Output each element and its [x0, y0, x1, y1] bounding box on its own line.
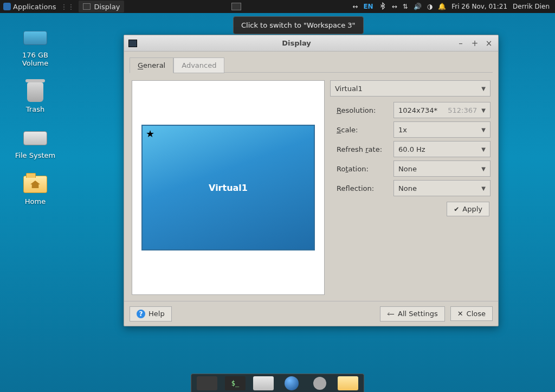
rotation-value: None	[398, 165, 417, 173]
resolution-label: Resolution:	[337, 106, 388, 114]
minimize-button[interactable]: –	[456, 38, 466, 48]
tab-label: eneral	[143, 61, 165, 69]
reflection-value: None	[398, 184, 417, 192]
monitor-label: Virtual1	[209, 183, 248, 193]
reflection-select[interactable]: None ▼	[393, 180, 491, 196]
dock-item-app[interactable]	[309, 376, 330, 390]
resolution-ratio: 512:367	[448, 106, 477, 114]
resize-icon[interactable]: ↔	[352, 3, 358, 10]
refresh-label: Refresh rate:	[337, 145, 388, 153]
system-tray: ↔ EN ↔ ⇅ 🔊 ◑ 🔔 Fri 26 Nov, 01:21 Derrik …	[348, 2, 554, 11]
workspace-icon	[231, 3, 241, 10]
desktop-icon-volume[interactable]: 176 GB Volume	[22, 27, 48, 67]
display-select-value: Virtual1	[335, 85, 363, 93]
close-button[interactable]: ✕ Close	[450, 306, 493, 321]
check-icon: ✔	[454, 205, 459, 213]
display-preview[interactable]: ★ Virtual1	[132, 80, 325, 295]
dock-item-web[interactable]	[281, 376, 302, 390]
scale-select[interactable]: 1x ▼	[393, 121, 491, 138]
all-settings-label: All Settings	[398, 310, 438, 318]
network-icon[interactable]: ↔	[392, 3, 397, 10]
panel-separator: ⋮⋮	[60, 3, 74, 11]
tab-advanced[interactable]: Advanced	[173, 57, 224, 73]
close-button-label: Close	[467, 310, 486, 318]
refresh-select[interactable]: 60.0 Hz ▼	[393, 141, 491, 157]
desktop-icon-home[interactable]: Home	[22, 173, 48, 205]
close-window-button[interactable]: ×	[484, 38, 494, 48]
display-icon	[83, 3, 91, 10]
chevron-down-icon: ▼	[481, 166, 486, 172]
app-icon	[313, 377, 326, 390]
help-icon: ?	[137, 310, 145, 318]
tab-bar: General Advanced	[130, 57, 493, 73]
dock-item-terminal[interactable]: $_	[225, 376, 246, 390]
applications-label: Applications	[13, 3, 56, 11]
taskbar-button-display[interactable]: Display	[79, 1, 124, 12]
globe-icon	[285, 376, 299, 390]
all-settings-button[interactable]: 🡐 All Settings	[380, 306, 445, 322]
rotation-select[interactable]: None ▼	[393, 160, 491, 177]
dialog-footer: ? Help 🡐 All Settings ✕ Close	[124, 301, 498, 326]
keyboard-layout-indicator[interactable]: EN	[363, 3, 373, 10]
workspace-switcher[interactable]	[231, 3, 241, 10]
folder-icon	[23, 176, 47, 193]
home-icon	[30, 181, 40, 188]
display-app-icon	[128, 40, 137, 47]
primary-star-icon: ★	[146, 128, 154, 139]
apply-button[interactable]: ✔ Apply	[447, 202, 489, 216]
trash-icon	[27, 82, 43, 102]
updates-icon[interactable]: ⇅	[403, 3, 408, 10]
dock-item-files[interactable]	[253, 376, 274, 390]
desktop-icons: 176 GB Volume Trash File System Home	[0, 27, 70, 205]
top-panel: Applications ⋮⋮ Display ↔ EN ↔ ⇅ 🔊 ◑ 🔔 F…	[0, 0, 555, 13]
close-icon: ✕	[457, 310, 463, 318]
dock: $_	[191, 374, 364, 392]
clock[interactable]: Fri 26 Nov, 01:21	[451, 3, 507, 10]
desktop-icon-label: 176 GB Volume	[22, 51, 48, 67]
rotation-label: Rotation:	[337, 165, 388, 173]
bluetooth-icon[interactable]	[379, 2, 386, 11]
monitor-thumbnail[interactable]: ★ Virtual1	[141, 125, 315, 250]
tab-general[interactable]: General	[130, 57, 173, 73]
help-button[interactable]: ? Help	[130, 306, 172, 322]
power-icon[interactable]: ◑	[427, 3, 433, 10]
window-title: Display	[141, 39, 451, 47]
desktop-icon-trash[interactable]: Trash	[22, 81, 48, 113]
resolution-value: 1024x734*	[398, 106, 437, 114]
display-select[interactable]: Virtual1 ▼	[330, 80, 491, 97]
chevron-down-icon: ▼	[481, 146, 486, 152]
apply-button-label: Apply	[462, 205, 482, 213]
display-settings-window: Display – + × General Advanced ★ Virtual…	[124, 35, 499, 326]
desktop-icon-label: Home	[25, 197, 46, 205]
drive-icon	[23, 31, 47, 45]
scale-label: Scale:	[337, 126, 388, 134]
back-arrow-icon: 🡐	[387, 310, 395, 318]
chevron-down-icon: ▼	[481, 86, 486, 92]
desktop-icon-label: Trash	[26, 105, 44, 113]
applications-menu[interactable]: Applications	[1, 3, 60, 11]
dock-item-folder[interactable]	[338, 376, 358, 390]
maximize-button[interactable]: +	[470, 38, 480, 48]
chevron-down-icon: ▼	[481, 127, 486, 133]
reflection-label: Reflection:	[337, 184, 388, 192]
volume-icon[interactable]: 🔊	[414, 3, 422, 10]
desktop-icon-label: File System	[15, 151, 55, 159]
chevron-down-icon: ▼	[481, 107, 486, 113]
user-menu[interactable]: Derrik Dien	[513, 3, 550, 10]
refresh-value: 60.0 Hz	[398, 145, 425, 153]
scale-value: 1x	[398, 126, 407, 134]
help-button-label: Help	[149, 310, 165, 318]
resolution-select[interactable]: 1024x734* 512:367 ▼	[393, 102, 491, 118]
xfce-logo-icon	[3, 3, 11, 10]
titlebar[interactable]: Display – + ×	[124, 35, 498, 52]
drive-icon	[23, 131, 47, 145]
desktop-icon-filesystem[interactable]: File System	[15, 127, 55, 159]
tab-label: Advanced	[182, 61, 216, 69]
dock-item-browser[interactable]	[197, 376, 217, 390]
notifications-icon[interactable]: 🔔	[438, 3, 446, 10]
chevron-down-icon: ▼	[481, 185, 486, 191]
taskbar-button-label: Display	[94, 3, 120, 11]
workspace-tooltip: Click to switch to "Workspace 3"	[233, 16, 364, 34]
